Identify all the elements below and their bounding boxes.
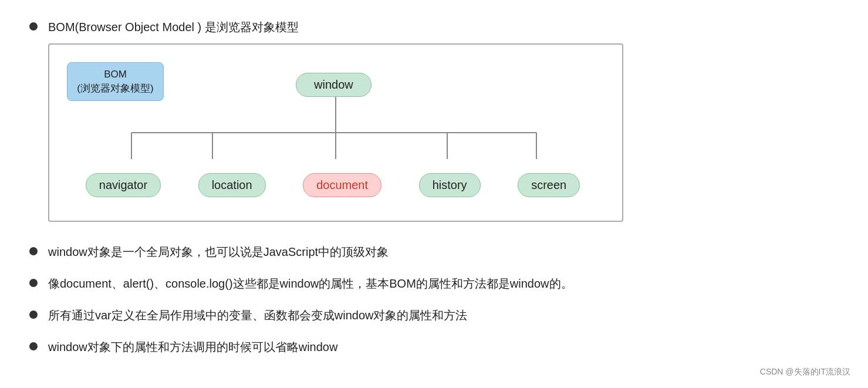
header-bullet: BOM(Browser Object Model ) 是浏览器对象模型 xyxy=(29,18,839,36)
location-node: location xyxy=(198,173,266,197)
window-node: window xyxy=(296,73,371,97)
bullet-item-b1: window对象是一个全局对象，也可以说是JavaScript中的顶级对象 xyxy=(29,242,839,261)
bullet-item-b4: window对象下的属性和方法调用的时候可以省略window xyxy=(29,338,839,356)
bullet-dot-header xyxy=(29,22,38,31)
bullet-text: 像document、alert()、console.log()这些都是windo… xyxy=(48,274,839,293)
bullet-dot xyxy=(29,279,38,287)
bullet-list: window对象是一个全局对象，也可以说是JavaScript中的顶级对象 像d… xyxy=(29,242,839,356)
footer-text: CSDN @失落的IT流浪汉 xyxy=(760,367,850,377)
bom-diagram: BOM (浏览器对象模型) window navigator location … xyxy=(48,43,623,222)
document-node: document xyxy=(303,173,381,197)
child-nodes-row: navigator location document history scre… xyxy=(67,173,599,197)
bullet-item-b3: 所有通过var定义在全局作用域中的变量、函数都会变成window对象的属性和方法 xyxy=(29,306,839,325)
navigator-node: navigator xyxy=(86,173,161,197)
bullet-dot xyxy=(29,342,38,350)
bullet-text: window对象下的属性和方法调用的时候可以省略window xyxy=(48,338,839,356)
bullet-dot xyxy=(29,311,38,319)
bullet-text: window对象是一个全局对象，也可以说是JavaScript中的顶级对象 xyxy=(48,242,839,261)
bullet-item-b2: 像document、alert()、console.log()这些都是windo… xyxy=(29,274,839,293)
diagram-inner: BOM (浏览器对象模型) window navigator location … xyxy=(67,62,599,203)
bom-title: BOM xyxy=(77,68,154,82)
bom-subtitle: (浏览器对象模型) xyxy=(77,82,154,96)
header-bullet-text: BOM(Browser Object Model ) 是浏览器对象模型 xyxy=(48,18,839,36)
bom-label-box: BOM (浏览器对象模型) xyxy=(67,62,164,101)
history-node: history xyxy=(419,173,481,197)
screen-node: screen xyxy=(518,173,580,197)
bullet-text: 所有通过var定义在全局作用域中的变量、函数都会变成window对象的属性和方法 xyxy=(48,306,839,325)
bullet-dot xyxy=(29,247,38,255)
